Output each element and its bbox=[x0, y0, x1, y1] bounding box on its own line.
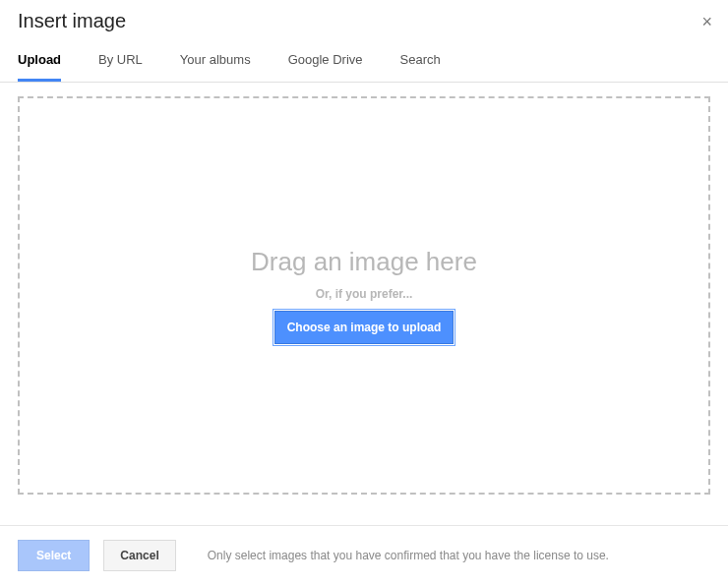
or-text: Or, if you prefer... bbox=[316, 287, 413, 301]
tab-upload[interactable]: Upload bbox=[18, 52, 61, 82]
dialog-title: Insert image bbox=[18, 10, 126, 32]
image-dropzone[interactable]: Drag an image here Or, if you prefer... … bbox=[18, 96, 710, 495]
tab-search[interactable]: Search bbox=[400, 52, 441, 82]
close-icon[interactable]: × bbox=[701, 13, 712, 30]
license-note: Only select images that you have confirm… bbox=[208, 549, 609, 562]
select-button[interactable]: Select bbox=[18, 540, 90, 571]
tab-your-albums[interactable]: Your albums bbox=[180, 52, 251, 82]
drag-hint-text: Drag an image here bbox=[251, 247, 477, 277]
insert-image-dialog: Insert image × Upload By URL Your albums… bbox=[0, 0, 728, 585]
cancel-button[interactable]: Cancel bbox=[103, 540, 175, 571]
tab-bar: Upload By URL Your albums Google Drive S… bbox=[0, 38, 728, 83]
upload-panel: Drag an image here Or, if you prefer... … bbox=[0, 83, 728, 507]
dialog-header: Insert image × bbox=[0, 0, 728, 38]
choose-image-button[interactable]: Choose an image to upload bbox=[274, 311, 455, 344]
tab-by-url[interactable]: By URL bbox=[98, 52, 143, 82]
tab-google-drive[interactable]: Google Drive bbox=[288, 52, 363, 82]
dialog-footer: Select Cancel Only select images that yo… bbox=[0, 525, 728, 585]
